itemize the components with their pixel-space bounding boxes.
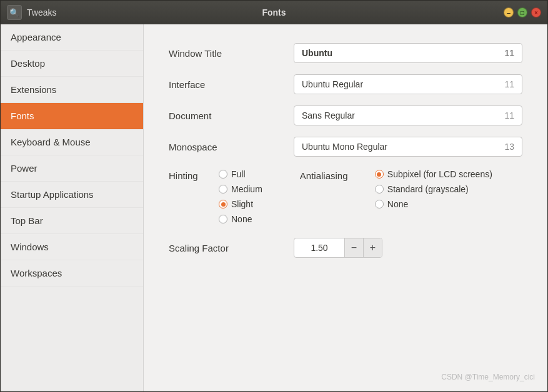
window-title-label: Window Title	[169, 48, 294, 59]
watermark: CSDN @Time_Memory_cici	[441, 373, 535, 381]
content-area: Appearance Desktop Extensions Fonts Keyb…	[1, 24, 547, 391]
sidebar-item-workspaces[interactable]: Workspaces	[1, 260, 143, 287]
scaling-control: 1.50 − +	[294, 238, 382, 258]
sidebar-item-fonts[interactable]: Fonts	[1, 103, 143, 129]
monospace-row: Monospace Ubuntu Mono Regular 13	[169, 137, 522, 157]
scaling-plus-button[interactable]: +	[363, 238, 382, 257]
scaling-value: 1.50	[294, 239, 344, 257]
antialiasing-standard-radio[interactable]	[375, 185, 384, 194]
antialiasing-label: Antialiasing	[300, 168, 375, 181]
search-icon: 🔍	[9, 8, 19, 17]
hinting-radio-group: Full Medium Slight None	[219, 168, 262, 225]
document-font-button[interactable]: Sans Regular 11	[294, 105, 522, 125]
scaling-label: Scaling Factor	[169, 243, 294, 253]
hinting-medium-radio[interactable]	[219, 185, 227, 194]
scaling-row: Scaling Factor 1.50 − +	[169, 238, 522, 258]
titlebar: 🔍 Tweaks Fonts – □ ×	[1, 1, 547, 24]
window-title-font-button[interactable]: Ubuntu 11	[294, 43, 522, 63]
hinting-slight[interactable]: Slight	[219, 198, 262, 210]
hinting-none[interactable]: None	[219, 213, 262, 225]
titlebar-left: 🔍 Tweaks	[7, 5, 56, 20]
close-button[interactable]: ×	[531, 7, 541, 17]
monospace-label: Monospace	[169, 142, 294, 152]
antialiasing-none-radio[interactable]	[375, 200, 384, 208]
scaling-minus-button[interactable]: −	[344, 238, 363, 257]
monospace-font-button[interactable]: Ubuntu Mono Regular 13	[294, 137, 522, 157]
main-window: 🔍 Tweaks Fonts – □ × Appearance Desktop	[0, 0, 548, 392]
interface-label: Interface	[169, 79, 294, 90]
hinting-none-radio[interactable]	[219, 215, 227, 223]
antialiasing-section: Antialiasing Subpixel (for LCD screens) …	[300, 168, 492, 210]
sidebar-item-keyboard-mouse[interactable]: Keyboard & Mouse	[1, 129, 143, 155]
hinting-medium[interactable]: Medium	[219, 183, 262, 195]
hinting-full-radio[interactable]	[219, 170, 227, 179]
antialiasing-standard[interactable]: Standard (grayscale)	[375, 183, 492, 195]
document-size: 11	[504, 110, 514, 120]
window-title-size: 11	[504, 48, 514, 58]
document-row: Document Sans Regular 11	[169, 105, 522, 125]
hinting-label: Hinting	[169, 168, 219, 181]
document-label: Document	[169, 110, 294, 121]
hinting-antialiasing-section: Hinting Full Medium Slight	[169, 168, 522, 225]
antialiasing-radio-group: Subpixel (for LCD screens) Standard (gra…	[375, 168, 492, 210]
sidebar-item-desktop[interactable]: Desktop	[1, 51, 143, 77]
hinting-full[interactable]: Full	[219, 168, 262, 180]
interface-size: 11	[504, 79, 514, 89]
sidebar-item-extensions[interactable]: Extensions	[1, 77, 143, 103]
minimize-button[interactable]: –	[504, 7, 514, 17]
sidebar-item-startup-applications[interactable]: Startup Applications	[1, 182, 143, 208]
antialiasing-subpixel[interactable]: Subpixel (for LCD screens)	[375, 168, 492, 180]
sidebar-item-top-bar[interactable]: Top Bar	[1, 208, 143, 234]
main-panel: Window Title Ubuntu 11 Interface Ubuntu …	[144, 24, 547, 391]
antialiasing-subpixel-radio[interactable]	[375, 170, 384, 179]
search-button[interactable]: 🔍	[7, 5, 22, 20]
maximize-button[interactable]: □	[517, 7, 527, 17]
window-controls: – □ ×	[504, 7, 541, 17]
hinting-slight-radio[interactable]	[219, 200, 227, 208]
monospace-size: 13	[504, 142, 514, 152]
interface-font-button[interactable]: Ubuntu Regular 11	[294, 74, 522, 94]
hinting-section: Hinting Full Medium Slight	[169, 168, 262, 225]
window-title-row: Window Title Ubuntu 11	[169, 43, 522, 63]
app-name: Tweaks	[27, 7, 56, 17]
interface-row: Interface Ubuntu Regular 11	[169, 74, 522, 94]
window-title: Fonts	[262, 7, 286, 17]
sidebar-item-appearance[interactable]: Appearance	[1, 24, 143, 51]
sidebar-item-power[interactable]: Power	[1, 155, 143, 182]
antialiasing-none[interactable]: None	[375, 198, 492, 210]
sidebar-item-windows[interactable]: Windows	[1, 234, 143, 260]
sidebar: Appearance Desktop Extensions Fonts Keyb…	[1, 24, 144, 391]
